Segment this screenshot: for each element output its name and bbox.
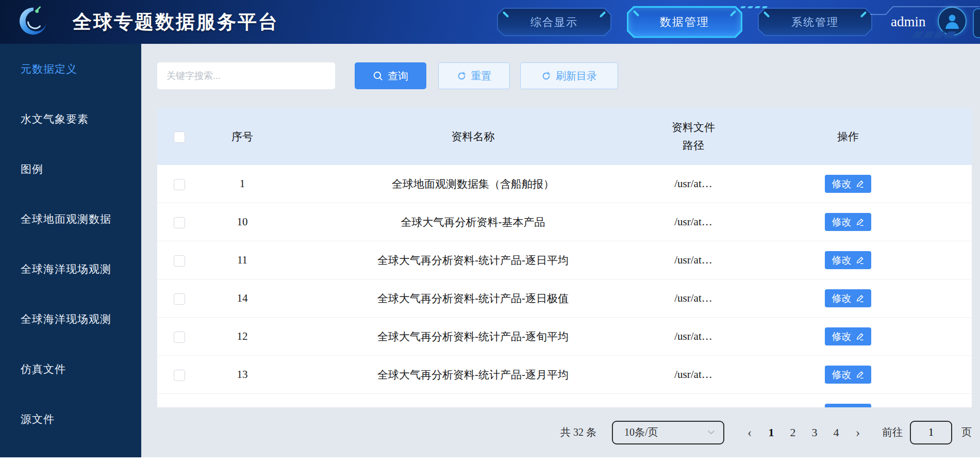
search-icon <box>373 71 383 81</box>
sidebar-item[interactable]: 元数据定义 <box>0 44 141 94</box>
row-name-cell: 全球地面观测数据集（含船舶报） <box>284 165 662 203</box>
table-row: 11 全球大气再分析资料-统计产品-逐日平均 /usr/at… 修改 <box>157 241 972 279</box>
page-size-select[interactable]: 10条/页 <box>612 421 724 444</box>
sidebar-item-label: 仿真文件 <box>21 362 66 376</box>
page-unit-label: 页 <box>961 425 972 439</box>
pencil-icon <box>856 256 865 265</box>
pagination-bar: 共 32 条 10条/页 ‹ 1234 › 前往 页 <box>141 407 980 457</box>
edit-button-label: 修改 <box>832 368 852 382</box>
row-id-cell: 1 <box>201 165 284 203</box>
user-icon <box>943 12 961 30</box>
table-row: 2 全球大气再分析资料数据集 /usr/at… 修改 <box>157 394 972 408</box>
row-id-cell: 12 <box>201 318 284 356</box>
next-page-button[interactable]: › <box>847 421 869 444</box>
edit-button-label: 修改 <box>832 254 852 267</box>
search-input[interactable] <box>157 62 335 89</box>
row-path-cell: /usr/at… <box>662 318 724 356</box>
nav-button-label: 综合显示 <box>530 15 578 29</box>
pencil-icon <box>856 218 865 226</box>
table-row: 12 全球大气再分析资料-统计产品-逐旬平均 /usr/at… 修改 <box>157 318 972 356</box>
sidebar-item[interactable]: 全球海洋现场观测 <box>0 294 141 344</box>
edit-button[interactable]: 修改 <box>825 404 871 407</box>
row-id-cell: 11 <box>201 241 284 279</box>
reset-button[interactable]: 重置 <box>438 62 510 89</box>
page-number-button[interactable]: 4 <box>825 421 847 444</box>
row-checkbox[interactable] <box>174 370 185 381</box>
edit-button-label: 修改 <box>832 177 852 191</box>
sidebar-menu: 元数据定义 水文气象要素 图例 全球地面观测数据 全球海洋现场观测 全球海洋现场… <box>0 44 141 444</box>
edit-button[interactable]: 修改 <box>825 289 871 307</box>
page-number-button[interactable]: 3 <box>804 421 825 444</box>
nav-button-label: 系统管理 <box>791 15 839 29</box>
corner-tick-decoration <box>763 11 770 18</box>
row-id-cell: 10 <box>201 203 284 241</box>
column-header-id: 序号 <box>201 108 284 165</box>
row-name-cell: 全球大气再分析资料-统计产品-逐旬平均 <box>284 318 662 356</box>
page-number-button[interactable]: 1 <box>760 421 782 444</box>
row-name-cell: 全球大气再分析资料-统计产品-逐日平均 <box>284 241 662 279</box>
edit-button-label: 修改 <box>832 216 852 229</box>
sidebar-item[interactable]: 图例 <box>0 144 141 194</box>
reset-button-label: 重置 <box>471 69 492 83</box>
platform-logo-icon <box>17 5 49 37</box>
sidebar-item[interactable]: 源文件 <box>0 394 141 444</box>
row-checkbox[interactable] <box>174 217 185 228</box>
query-button-label: 查询 <box>388 69 408 83</box>
pencil-icon <box>856 179 865 188</box>
row-path-cell: /usr/at… <box>662 203 724 241</box>
page-title: 全球专题数据服务平台 <box>73 0 279 44</box>
edit-button-label: 修改 <box>832 292 852 305</box>
total-count-label: 共 32 条 <box>560 425 596 439</box>
edit-button[interactable]: 修改 <box>825 327 871 345</box>
row-path-cell: /usr/at… <box>662 279 724 318</box>
goto-label: 前往 <box>882 425 903 439</box>
sidebar: 元数据定义 水文气象要素 图例 全球地面观测数据 全球海洋现场观测 全球海洋现场… <box>0 44 141 457</box>
data-table: 序号 资料名称 资料文件 路径 操作 1 全球地面观测数据集（含船舶报） /us… <box>157 108 972 407</box>
goto-page-input[interactable] <box>910 421 952 444</box>
row-checkbox[interactable] <box>174 332 185 343</box>
refresh-ccw-icon <box>457 71 467 81</box>
row-path-cell: /usr/at… <box>662 394 724 408</box>
chevron-down-icon <box>707 430 715 435</box>
header-nav-button[interactable]: 系统管理 <box>758 8 872 36</box>
row-name-cell: 全球大气再分析资料数据集 <box>284 394 662 408</box>
row-path-cell: /usr/at… <box>662 165 724 203</box>
edit-button[interactable]: 修改 <box>825 366 871 384</box>
sidebar-item-label: 源文件 <box>21 412 55 426</box>
row-checkbox[interactable] <box>174 255 185 267</box>
edit-button[interactable]: 修改 <box>825 213 871 231</box>
refresh-directory-button[interactable]: 刷新目录 <box>520 62 618 89</box>
header-nav-button[interactable]: 综合显示 <box>497 8 611 36</box>
pencil-icon <box>856 370 865 379</box>
avatar[interactable] <box>938 7 967 36</box>
edit-button[interactable]: 修改 <box>825 175 871 193</box>
header-bar: 全球专题数据服务平台 综合显示 数据管理 系统管理 admin <box>0 0 980 44</box>
sidebar-item[interactable]: 全球地面观测数据 <box>0 194 141 244</box>
sidebar-item[interactable]: 仿真文件 <box>0 344 141 394</box>
table-header-row: 序号 资料名称 资料文件 路径 操作 <box>157 108 972 165</box>
toolbar: 查询 重置 刷新目录 <box>157 62 980 89</box>
column-header-path: 资料文件 路径 <box>662 108 724 165</box>
select-all-checkbox[interactable] <box>174 131 185 143</box>
prev-page-button[interactable]: ‹ <box>739 421 760 444</box>
header-nav: 综合显示 数据管理 系统管理 <box>497 0 872 44</box>
pencil-icon <box>856 332 865 341</box>
row-id-cell: 13 <box>201 356 284 394</box>
page-number-button[interactable]: 2 <box>782 421 804 444</box>
header-nav-button[interactable]: 数据管理 <box>627 6 742 38</box>
row-checkbox[interactable] <box>174 179 185 190</box>
table-row: 14 全球大气再分析资料-统计产品-逐日极值 /usr/at… 修改 <box>157 279 972 318</box>
row-checkbox[interactable] <box>174 293 185 305</box>
user-name[interactable]: admin <box>891 0 926 44</box>
sidebar-item[interactable]: 水文气象要素 <box>0 94 141 144</box>
row-path-cell: /usr/at… <box>662 241 724 279</box>
query-button[interactable]: 查询 <box>355 62 426 89</box>
edit-button[interactable]: 修改 <box>825 251 871 269</box>
row-name-cell: 全球大气再分析资料-基本产品 <box>284 203 662 241</box>
column-header-action: 操作 <box>724 108 972 165</box>
sidebar-item[interactable]: 全球海洋现场观测 <box>0 244 141 294</box>
row-id-cell: 14 <box>201 279 284 318</box>
sidebar-item-label: 元数据定义 <box>21 62 77 76</box>
goto-page: 前往 页 <box>882 421 972 444</box>
corner-tick-decoration <box>600 11 606 18</box>
